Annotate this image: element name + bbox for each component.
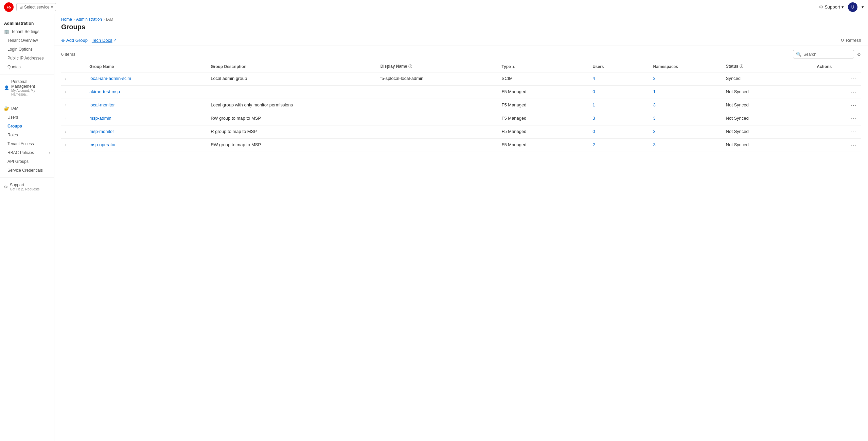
sidebar-item-tenant-overview[interactable]: Tenant Overview xyxy=(0,36,54,45)
row-status-2: Not Synced xyxy=(722,99,813,112)
namespaces-link-5[interactable]: 3 xyxy=(653,142,656,147)
sidebar-item-api-groups[interactable]: API Groups xyxy=(0,157,54,166)
row-desc-0: Local admin group xyxy=(207,72,376,86)
personal-management-subtitle: My Account, My Namespa... xyxy=(11,89,50,96)
expand-icon-4[interactable]: › xyxy=(65,130,71,134)
tenant-settings-label: Tenant Settings xyxy=(11,29,39,34)
row-actions-5: ··· xyxy=(813,139,861,152)
breadcrumb-administration[interactable]: Administration xyxy=(76,17,102,22)
expand-icon-1[interactable]: › xyxy=(65,90,71,94)
users-link-2[interactable]: 1 xyxy=(592,102,595,107)
sidebar-item-tenant-access[interactable]: Tenant Access xyxy=(0,139,54,148)
tech-docs-link[interactable]: Tech Docs ↗ xyxy=(92,38,117,43)
sidebar-item-iam[interactable]: 🔐 IAM xyxy=(0,104,54,113)
iam-label: IAM xyxy=(11,106,18,111)
row-expand-5[interactable]: › xyxy=(61,139,85,152)
sidebar-item-roles[interactable]: Roles xyxy=(0,131,54,139)
grid-icon: ⊞ xyxy=(19,5,23,10)
th-status: Status ⓘ xyxy=(722,61,813,72)
sidebar-item-login-options[interactable]: Login Options xyxy=(0,45,54,54)
row-display-4 xyxy=(376,125,498,139)
login-options-label: Login Options xyxy=(7,47,33,52)
roles-label: Roles xyxy=(7,133,18,137)
expand-icon-2[interactable]: › xyxy=(65,103,71,107)
top-nav-right: ⚙ Support ▾ U ▾ xyxy=(819,2,864,12)
actions-menu-5[interactable]: ··· xyxy=(851,142,857,148)
add-group-button[interactable]: ⊕ Add Group xyxy=(61,38,88,43)
tenant-overview-label: Tenant Overview xyxy=(7,38,38,43)
users-link-5[interactable]: 2 xyxy=(592,142,595,147)
actions-menu-1[interactable]: ··· xyxy=(851,89,857,95)
users-link-0[interactable]: 4 xyxy=(592,76,595,81)
row-type-4: F5 Managed xyxy=(498,125,589,139)
namespaces-link-0[interactable]: 3 xyxy=(653,76,656,81)
row-users-3: 3 xyxy=(588,112,649,125)
namespaces-link-2[interactable]: 3 xyxy=(653,102,656,107)
support-button[interactable]: ⚙ Support ▾ xyxy=(819,4,844,10)
actions-menu-2[interactable]: ··· xyxy=(851,102,857,108)
namespaces-link-4[interactable]: 3 xyxy=(653,129,656,134)
sidebar-item-personal-management[interactable]: 👤 Personal Management My Account, My Nam… xyxy=(0,77,54,98)
rbac-policies-label: RBAC Policies xyxy=(7,150,34,155)
group-name-link-0[interactable]: local-iam-admin-scim xyxy=(89,76,131,81)
sidebar-item-quotas[interactable]: Quotas xyxy=(0,63,54,71)
column-settings-icon[interactable]: ⚙ xyxy=(857,52,861,57)
page-header: Groups xyxy=(54,22,868,35)
sidebar-item-groups[interactable]: Groups xyxy=(0,122,54,131)
refresh-button[interactable]: ↻ Refresh xyxy=(840,38,861,43)
search-input[interactable] xyxy=(803,52,844,57)
table-row: › msp-monitor R group to map to MSP F5 M… xyxy=(61,125,861,139)
users-link-3[interactable]: 3 xyxy=(592,116,595,121)
search-bar[interactable]: 🔍 xyxy=(793,50,854,58)
sidebar-item-service-credentials[interactable]: Service Credentials xyxy=(0,166,54,175)
sidebar-item-tenant-settings[interactable]: 🏢 Tenant Settings xyxy=(0,27,54,36)
row-expand-3[interactable]: › xyxy=(61,112,85,125)
sidebar-item-support[interactable]: ⚙ Support Get Help, Requests xyxy=(0,181,54,193)
row-expand-2[interactable]: › xyxy=(61,99,85,112)
sidebar-item-rbac-policies[interactable]: RBAC Policies › xyxy=(0,148,54,157)
expand-icon-3[interactable]: › xyxy=(65,117,71,120)
row-type-1: F5 Managed xyxy=(498,86,589,99)
group-name-link-3[interactable]: msp-admin xyxy=(89,116,111,121)
expand-icon-0[interactable]: › xyxy=(65,77,71,81)
sidebar-item-public-ip[interactable]: Public IP Addresses xyxy=(0,54,54,63)
row-namespaces-0: 3 xyxy=(649,72,722,86)
group-name-link-1[interactable]: akiran-test-msp xyxy=(89,89,120,94)
group-name-link-5[interactable]: msp-operator xyxy=(89,142,116,147)
actions-menu-0[interactable]: ··· xyxy=(851,76,857,82)
sidebar-item-users[interactable]: Users xyxy=(0,113,54,122)
table-row: › local-iam-admin-scim Local admin group… xyxy=(61,72,861,86)
th-type[interactable]: Type ▲ xyxy=(498,61,589,72)
namespaces-link-3[interactable]: 3 xyxy=(653,116,656,121)
table-header-row: Group Name Group Description Display Nam… xyxy=(61,61,861,72)
type-sort-arrow: ▲ xyxy=(512,65,515,68)
actions-menu-4[interactable]: ··· xyxy=(851,129,857,135)
quotas-label: Quotas xyxy=(7,65,21,69)
users-link-4[interactable]: 0 xyxy=(592,129,595,134)
user-avatar[interactable]: U xyxy=(848,2,857,12)
group-name-link-2[interactable]: local-monitor xyxy=(89,102,114,107)
service-select-dropdown[interactable]: ⊞ Select service ▾ xyxy=(16,3,56,11)
breadcrumb-home[interactable]: Home xyxy=(61,17,72,22)
type-sort[interactable]: Type ▲ xyxy=(502,64,585,69)
service-select-label: Select service xyxy=(24,5,50,10)
row-expand-1[interactable]: › xyxy=(61,86,85,99)
actions-menu-3[interactable]: ··· xyxy=(851,116,857,121)
row-expand-0[interactable]: › xyxy=(61,72,85,86)
th-type-label: Type xyxy=(502,64,511,69)
row-display-1 xyxy=(376,86,498,99)
row-actions-3: ··· xyxy=(813,112,861,125)
expand-icon-5[interactable]: › xyxy=(65,143,71,147)
row-users-2: 1 xyxy=(588,99,649,112)
group-name-link-4[interactable]: msp-monitor xyxy=(89,129,114,134)
person-icon: 👤 xyxy=(4,85,9,90)
shield-icon: 🔐 xyxy=(4,106,9,111)
status-info-icon[interactable]: ⓘ xyxy=(740,64,743,68)
row-expand-4[interactable]: › xyxy=(61,125,85,139)
th-group-name[interactable]: Group Name xyxy=(85,61,207,72)
divider-1 xyxy=(0,74,54,74)
row-actions-2: ··· xyxy=(813,99,861,112)
namespaces-link-1[interactable]: 1 xyxy=(653,89,656,94)
display-name-info-icon[interactable]: ⓘ xyxy=(408,64,412,68)
users-link-1[interactable]: 0 xyxy=(592,89,595,94)
